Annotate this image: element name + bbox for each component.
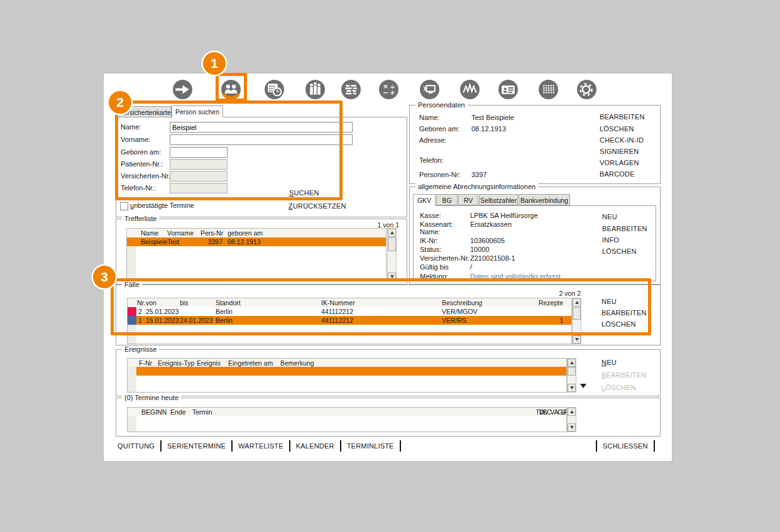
kasse-value: LPBK SA Heilfürsorge [470,212,538,220]
barcode-button[interactable]: BARCODE [600,170,635,178]
col-ereignis: Ereignis [197,359,221,367]
unbestaetigte-termine-checkbox[interactable] [120,202,128,210]
status-label: Status: [420,246,441,254]
serientermine-button[interactable]: SERIENTERMINE [162,440,233,452]
scroll-up-icon[interactable] [568,408,576,416]
col-beginn: BEGINN [141,408,167,416]
termine-table: BEGINN Ende Termin TW D S C V A G UP POS [127,407,567,432]
cell-geboren: 08.12.1913 [228,237,261,246]
highlight-frame-search-form [115,100,343,200]
terminliste-button[interactable]: TERMINLISTE [341,440,401,452]
ik-nr-label: IK-Nr: [420,237,438,245]
col-bemerkung: Bemerkung [280,359,314,367]
tab-bankverbindung[interactable]: Bankverbindung [519,194,570,205]
kassenart-value: Ersatzkassen [470,220,512,229]
pd-adresse-label: Adresse: [419,136,446,144]
gueltig-bis-label: Gültig bis [420,263,449,271]
ereignisse-scrollbar[interactable] [567,358,576,393]
scroll-thumb[interactable] [568,367,576,376]
step-badge-2: 2 [109,91,131,114]
gkv-loeschen-button[interactable]: LÖSCHEN [602,247,637,255]
step-badge-1: 1 [203,52,226,75]
col-termin: Termin [192,408,212,416]
check-in-id-button[interactable]: CHECK-IN-ID [600,136,644,144]
footer-actions: QUITTUNG SERIENTERMINE WARTELISTE KALEND… [116,440,401,452]
cell-vorname: Test [167,237,179,246]
scroll-up-icon[interactable] [568,359,576,367]
col-vorname: Vorname [167,229,194,237]
grid-icon[interactable] [538,79,559,100]
highlight-frame-toolbar-persons [216,73,247,102]
termine-scrollbar[interactable] [567,407,576,432]
gkv-bearbeiten-button[interactable]: BEARBEITEN [602,225,647,232]
scroll-up-icon[interactable] [388,229,396,237]
monitor-icon[interactable] [419,79,440,100]
kasse-label: Kasse: [420,212,441,220]
step-badge-3: 3 [93,266,116,288]
gueltig-bis-value: / [470,263,472,271]
termine-panel: (0) Termine heute BEGINN Ende Termin TW … [116,398,661,437]
pd-personen-nr-value: 3397 [471,171,486,179]
signieren-button[interactable]: SIGNIEREN [600,148,639,155]
abrechnung-panel: allgemeine Abrechnungsinformationen GKV … [409,187,661,285]
col-geboren-am: geboren am [228,229,263,237]
cell-name: Beispiele [141,237,168,246]
scroll-thumb[interactable] [388,237,396,251]
ereignisse-loeschen-button: LÖSCHEN [601,384,636,391]
scroll-down-icon[interactable] [568,423,576,432]
bearbeiten-button[interactable]: BEARBEITEN [600,113,645,121]
gkv-neu-button[interactable]: NEU [602,213,617,220]
calculator-icon[interactable]: ×÷−+ [378,79,399,100]
gkv-tab-content: Kasse: LPBK SA Heilfürsorge Kassenart: E… [413,205,656,281]
id-card-icon[interactable] [498,79,519,100]
col-name: Name [141,229,158,237]
scroll-down-icon[interactable] [568,384,576,392]
ereignisse-panel: Ereignisse F-Nr Ereignis-Typ Ereignis Ei… [116,349,661,396]
ereignisse-title: Ereignisse [122,345,159,353]
scroll-down-icon[interactable] [573,335,581,344]
cell-persnr: 3397 [195,237,222,246]
settings-gear-icon[interactable] [576,79,597,100]
trefferliste-row-selected[interactable]: Beispiele Test 3397 08.12.1913 [127,237,386,246]
ereignisse-neu-button[interactable]: NEU [601,359,617,366]
col-persnr: Pers-Nr [200,229,223,237]
ik-nr-value: 103600605 [470,237,505,245]
pd-name-value: Test Beispiele [471,114,514,122]
loeschen-button[interactable]: LÖSCHEN [600,125,634,133]
calendar-clock-icon[interactable] [264,79,285,100]
col-flags: TW D S C V A G UP POS [432,408,563,416]
ereignisse-table: F-Nr Ereignis-Typ Ereignis Eingetreten a… [127,358,567,393]
more-options-arrow-icon[interactable] [580,384,586,388]
trefferliste-scrollbar[interactable] [387,228,397,281]
col-ende: Ende [170,408,186,416]
termine-header: BEGINN Ende Termin TW D S C V A G UP POS [128,408,566,416]
svg-text:−: − [383,89,388,96]
ereignis-row-selected[interactable] [136,367,566,376]
zuruecksetzen-button[interactable]: ZURÜCKSETZEN [288,202,346,210]
document-lines-icon[interactable] [341,79,361,100]
tab-selbstzahler[interactable]: Selbstzahler [479,194,518,205]
trefferliste-table: Name Vorname Pers-Nr geboren am Beispiel… [126,228,387,281]
status-value: 10000 [470,246,490,254]
quittung-button[interactable]: QUITTUNG [116,440,162,452]
kalender-button[interactable]: KALENDER [290,440,341,452]
tab-bg[interactable]: BG [436,194,458,205]
kasse-name-label: Name: [420,228,440,236]
col-ereignis-typ: Ereignis-Typ [158,359,194,367]
statistics-icon[interactable] [305,79,326,100]
svg-text:+: + [390,89,395,96]
schliessen-button[interactable]: SCHLIESSEN [596,440,655,452]
vorlagen-button[interactable]: VORLAGEN [600,159,639,166]
unbestaetigte-termine-label: unbestätigte Termine [130,202,194,210]
exit-icon[interactable] [172,79,193,100]
tab-gkv[interactable]: GKV [413,194,436,206]
waveform-icon[interactable] [459,79,480,100]
pd-personen-nr-label: Personen-Nr: [419,171,460,179]
pd-telefon-label: Telefon: [419,156,444,165]
warteliste-button[interactable]: WARTELISTE [233,440,290,452]
personendaten-panel: Personendaten Name: Test Beispiele Gebor… [409,105,661,184]
abrechnung-title: allgemeine Abrechnungsinformationen [415,183,538,190]
gkv-info-button[interactable]: INFO [602,236,619,244]
termine-title: (0) Termine heute [122,394,181,401]
tab-rv[interactable]: RV [458,194,478,205]
